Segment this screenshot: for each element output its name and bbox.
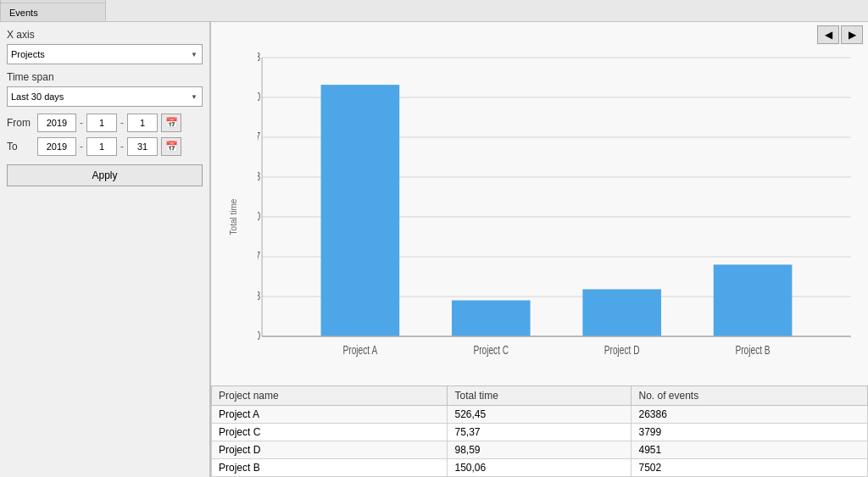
tabs-bar: ∑ per project∑ per file∑ per user∑ for p… [0, 0, 868, 22]
to-sep-2: - [120, 141, 124, 153]
table-header: No. of events [632, 386, 868, 406]
svg-text:Project B: Project B [735, 343, 770, 357]
svg-text:333,33: 333,33 [258, 170, 260, 184]
table-cell: 526,45 [448, 406, 632, 424]
time-span-select[interactable]: Last 30 daysLast 7 daysCustom [7, 86, 203, 107]
table-cell: Project D [212, 441, 448, 459]
svg-text:Project C: Project C [473, 343, 509, 357]
x-axis-select-wrapper: ProjectsFilesUsers [7, 44, 203, 64]
svg-text:416,67: 416,67 [258, 130, 260, 144]
to-date-row: To - - 📅 [7, 137, 203, 156]
chart-container: Total time 583,33500,00416,67333,33250,0… [211, 47, 868, 385]
from-label: From [7, 117, 34, 129]
x-axis-section: X axis ProjectsFilesUsers [7, 29, 203, 64]
right-panel: ◀ ▶ Total time 583,33500,00416,67333,332… [210, 22, 868, 477]
table-cell: Project A [212, 406, 448, 424]
to-calendar-button[interactable]: 📅 [161, 137, 181, 156]
table-cell: Project C [212, 424, 448, 441]
to-label: To [7, 141, 34, 153]
chart-area: ◀ ▶ Total time 583,33500,00416,67333,332… [210, 22, 868, 477]
from-day-input[interactable] [127, 114, 158, 132]
x-axis-select[interactable]: ProjectsFilesUsers [7, 44, 203, 64]
tab-events[interactable]: Events [0, 3, 106, 21]
svg-text:500,00: 500,00 [258, 91, 260, 104]
table-header: Project name [212, 386, 448, 406]
svg-text:83,33: 83,33 [258, 290, 260, 303]
table-header: Total time [448, 386, 632, 406]
from-sep-2: - [120, 117, 124, 129]
data-table: Project nameTotal timeNo. of events Proj… [211, 385, 868, 477]
table-cell: 75,37 [448, 424, 632, 441]
apply-button[interactable]: Apply [7, 164, 203, 186]
prev-button[interactable]: ◀ [817, 25, 839, 44]
svg-text:Project A: Project A [343, 343, 378, 357]
table-scroll[interactable]: Project nameTotal timeNo. of events Proj… [211, 385, 868, 477]
table-row: Project A526,4526386 [212, 406, 868, 424]
from-month-input[interactable] [86, 114, 117, 132]
svg-text:166,67: 166,67 [258, 250, 260, 263]
svg-rect-16 [321, 85, 400, 336]
from-year-input[interactable] [37, 114, 76, 132]
left-panel: X axis ProjectsFilesUsers Time span Last… [0, 22, 210, 477]
table-cell: 7502 [632, 459, 868, 477]
svg-rect-22 [714, 264, 793, 336]
x-axis-label: X axis [7, 29, 203, 41]
table-cell: 98,59 [448, 441, 632, 459]
time-span-label: Time span [7, 71, 203, 83]
time-span-section: Time span Last 30 daysLast 7 daysCustom [7, 71, 203, 107]
to-year-input[interactable] [37, 137, 76, 156]
table-row: Project C75,373799 [212, 424, 868, 441]
table-cell: 150,06 [448, 459, 632, 477]
from-date-row: From - - 📅 [7, 114, 203, 132]
to-month-input[interactable] [86, 137, 117, 156]
chart-svg: 583,33500,00416,67333,33250,00166,6783,3… [258, 52, 860, 360]
svg-text:250,00: 250,00 [258, 210, 260, 224]
table-cell: 26386 [632, 406, 868, 424]
svg-text:Project D: Project D [604, 343, 640, 357]
table-row: Project B150,067502 [212, 459, 868, 477]
main-content: X axis ProjectsFilesUsers Time span Last… [0, 22, 868, 477]
tabs-container: ∑ per project∑ per file∑ per user∑ for p… [0, 0, 107, 21]
time-span-select-wrapper: Last 30 daysLast 7 daysCustom [7, 86, 203, 107]
to-sep-1: - [80, 141, 83, 153]
table-body: Project A526,4526386Project C75,373799Pr… [212, 406, 868, 477]
svg-rect-18 [452, 300, 531, 336]
chart-nav: ◀ ▶ [211, 22, 868, 47]
table-row: Project D98,594951 [212, 441, 868, 459]
next-button[interactable]: ▶ [841, 25, 863, 44]
from-calendar-button[interactable]: 📅 [161, 114, 181, 132]
y-axis-label: Total time [229, 198, 238, 235]
table-cell: 3799 [632, 424, 868, 441]
table-cell: 4951 [632, 441, 868, 459]
svg-text:0:00:00: 0:00:00 [258, 330, 260, 343]
svg-rect-20 [582, 289, 661, 336]
from-sep-1: - [80, 117, 83, 129]
to-day-input[interactable] [127, 137, 158, 156]
table-cell: Project B [212, 459, 448, 477]
svg-text:583,33: 583,33 [258, 52, 260, 64]
table-head: Project nameTotal timeNo. of events [212, 386, 868, 406]
